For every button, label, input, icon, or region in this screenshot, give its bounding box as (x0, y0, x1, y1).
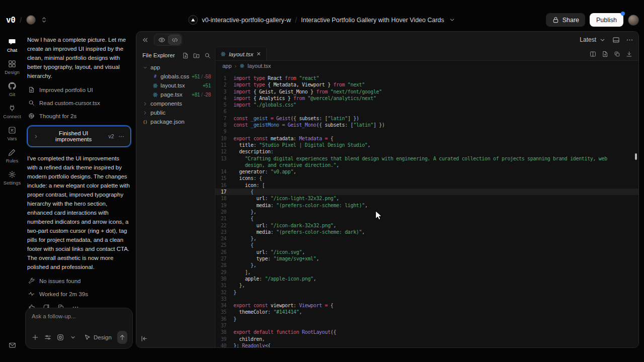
code-line[interactable]: 21 { (215, 215, 638, 222)
code-line[interactable]: 4import { Analytics } from "@vercel/anal… (215, 95, 638, 102)
scrollbar-thumb[interactable] (635, 153, 637, 160)
sidebar-item-git[interactable]: Git (3, 78, 21, 101)
code-line[interactable]: 5import "./globals.css" (215, 102, 638, 108)
code-line[interactable]: 37 (215, 322, 638, 329)
workspace-avatar[interactable] (26, 15, 36, 25)
split-editor-button[interactable] (590, 51, 596, 57)
code-line[interactable]: 24 }, (215, 235, 638, 242)
code-line[interactable]: 28 }, (215, 262, 638, 268)
sidebar-item-settings[interactable]: Settings (3, 167, 21, 189)
code-line[interactable]: 19 media: "(prefers-color-scheme: light)… (215, 202, 638, 209)
code-line[interactable]: 8const _geistMono = Geist_Mono({ subsets… (215, 122, 638, 128)
new-file-button[interactable] (182, 52, 189, 59)
code-line[interactable]: 23 media: "(prefers-color-scheme: dark)"… (215, 229, 638, 235)
file-tree-item-components[interactable]: components (136, 99, 215, 108)
sidebar-item-design[interactable]: Design (3, 56, 21, 78)
share-button[interactable]: Share (546, 13, 585, 27)
mention-button[interactable] (57, 334, 64, 341)
code-line[interactable]: 31 }, (215, 282, 638, 289)
code-line[interactable]: 25 { (215, 242, 638, 248)
search-files-button[interactable] (204, 52, 211, 59)
version-menu-button[interactable]: ⋯ (119, 133, 125, 140)
code-line[interactable]: 2import type { Metadata, Viewport } from… (215, 81, 638, 88)
file-tree-item-app[interactable]: app (136, 63, 215, 72)
chat-title[interactable]: Interactive Portfolio Gallery with Hover… (301, 17, 444, 24)
code-line[interactable]: 34export const viewport: Viewport = { (215, 302, 638, 309)
code-line[interactable]: design, and creative direction.", (215, 162, 638, 168)
code-line[interactable]: 1import type React from "react" (215, 75, 638, 81)
chevron-up-down-icon[interactable] (40, 16, 48, 24)
code-line[interactable]: 17 { (215, 189, 638, 195)
plus-button[interactable] (32, 334, 39, 341)
new-folder-button[interactable] (193, 52, 200, 59)
diff-view-button[interactable] (602, 51, 608, 57)
file-tree-item-package.json[interactable]: {}package.json (136, 117, 215, 126)
code-line[interactable]: 33 (215, 296, 638, 302)
code-line[interactable]: 6 (215, 108, 638, 115)
follow-up-input[interactable] (32, 313, 126, 319)
code-line[interactable]: 13 "Crafting digital experiences that bl… (215, 155, 638, 162)
code-line[interactable]: 38export default function RootLayout({ (215, 329, 638, 335)
code-line[interactable]: 10export const metadata: Metadata = { (215, 135, 638, 142)
code-line[interactable]: 35 themeColor: "#141414", (215, 309, 638, 315)
file-tree-item-public[interactable]: public (136, 108, 215, 117)
sidebar-item-chat[interactable]: Chat (3, 34, 21, 56)
collapse-explorer-button[interactable] (140, 335, 148, 342)
task-item[interactable]: Read custom-cursor.tsx (28, 100, 100, 106)
code-line[interactable]: 9 (215, 128, 638, 135)
file-tree-item-layout.tsx[interactable]: layout.tsx+51 (136, 81, 215, 90)
breadcrumb-file[interactable]: layout.tsx (248, 63, 271, 69)
code-line[interactable]: 39 children, (215, 336, 638, 342)
sliders-button[interactable] (44, 334, 51, 341)
project-name[interactable]: v0-interactive-portfolio-gallery-w (202, 17, 291, 24)
diff-stats: +51 / -58 (192, 74, 211, 79)
code-line[interactable]: 11 title: "Studio Pixel | Digital Design… (215, 142, 638, 148)
chevron-down-icon[interactable] (448, 16, 456, 24)
code-line[interactable]: 30 apple: "/apple-icon.png", (215, 276, 638, 282)
code-line[interactable]: 27 type: "image/svg+xml", (215, 255, 638, 262)
code-line[interactable]: 40}: Readonly<{ (215, 342, 638, 347)
code-line[interactable]: 3import { Geist, Geist_Mono } from "next… (215, 88, 638, 95)
sidebar-item-rules[interactable]: Rules (3, 145, 21, 167)
vercel-project-icon[interactable] (188, 15, 198, 25)
design-mode-button[interactable]: Design (84, 334, 112, 341)
breadcrumb-folder[interactable]: app (222, 63, 231, 69)
code-line[interactable]: 15 icons: { (215, 175, 638, 182)
file-tree-item-globals.css[interactable]: #globals.css+51 / -58 (136, 72, 215, 81)
file-tree-item-page.tsx[interactable]: page.tsx+81 / -28 (136, 90, 215, 99)
code-line[interactable]: 7const _geist = Geist({ subsets: ["latin… (215, 115, 638, 122)
task-item[interactable]: Thought for 2s (28, 113, 76, 119)
code-line[interactable]: 22 url: "/icon-dark-32x32.png", (215, 222, 638, 229)
sidebar-item-vars[interactable]: Vars (3, 123, 21, 145)
code-line[interactable]: 18 url: "/icon-light-32x32.png", (215, 195, 638, 202)
code-line[interactable]: 32} (215, 289, 638, 296)
console-panel-button[interactable] (612, 36, 620, 44)
copy-file-button[interactable] (614, 51, 620, 57)
code-line[interactable]: 14 generator: "v0.app", (215, 168, 638, 175)
mail-icon[interactable] (9, 341, 16, 349)
chevron-down-button[interactable] (69, 334, 76, 341)
code-line[interactable]: 12 description: (215, 148, 638, 155)
code-line[interactable]: 26 url: "/icon.svg", (215, 249, 638, 255)
version-card-finished-ui-improvements[interactable]: Finished UI improvements v2 ⋯ (27, 126, 131, 147)
collapse-chat-button[interactable] (141, 36, 149, 44)
publish-button[interactable]: Publish (590, 13, 623, 27)
user-avatar[interactable] (628, 15, 639, 26)
code-line[interactable]: 36} (215, 316, 638, 322)
version-selector[interactable]: Latest (580, 36, 606, 44)
tab-layout-tsx[interactable]: layout.tsx ✕ (215, 48, 267, 60)
more-options-button[interactable] (626, 36, 633, 44)
download-button[interactable] (626, 51, 632, 57)
code-content[interactable]: 1import type React from "react" 2import … (215, 71, 638, 347)
task-item[interactable]: Improved portfolio UI (28, 86, 93, 93)
sidebar-item-connect[interactable]: Connect (3, 101, 21, 123)
v0-logo[interactable]: v0 (6, 15, 15, 25)
send-button[interactable] (117, 331, 127, 344)
code-line[interactable]: 20 }, (215, 209, 638, 215)
code-line[interactable]: 29 ], (215, 269, 638, 276)
preview-toggle-button[interactable] (155, 35, 168, 45)
close-tab-button[interactable]: ✕ (257, 51, 261, 57)
code-toggle-button[interactable] (168, 35, 181, 45)
code-line[interactable]: 16 icon: [ (215, 182, 638, 189)
editor-toolbar: Latest (136, 32, 638, 48)
